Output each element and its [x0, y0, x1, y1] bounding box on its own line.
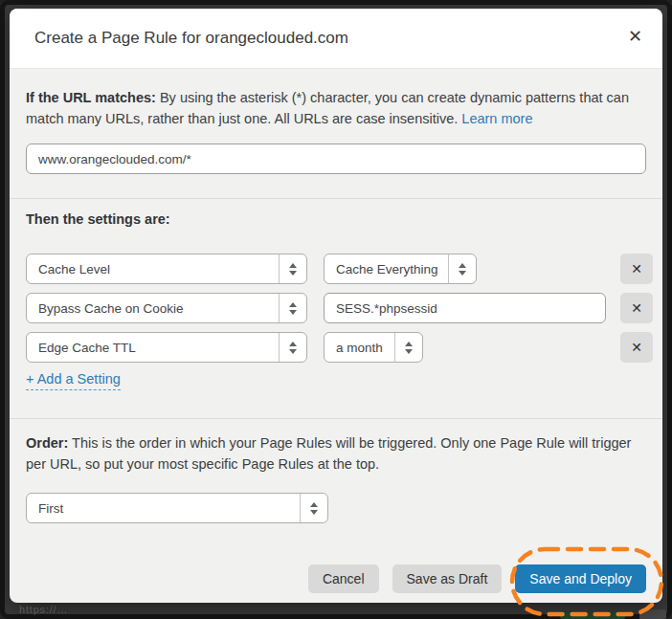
background-widget [560, 611, 625, 619]
section-divider [10, 418, 662, 419]
url-match-lead: If the URL matches: [26, 90, 156, 105]
remove-setting-button[interactable]: ✕ [620, 293, 653, 323]
value-select-label: a month [325, 341, 394, 355]
order-lead: Order: [26, 435, 68, 451]
add-setting-link[interactable]: + Add a Setting [26, 371, 121, 390]
value-select-ttl[interactable]: a month [324, 332, 423, 363]
setting-select-cache-level[interactable]: Cache Level [26, 254, 307, 284]
remove-setting-button[interactable]: ✕ [620, 254, 653, 284]
stepper-icon [279, 254, 306, 283]
stepper-icon [279, 333, 306, 362]
save-and-deploy-button[interactable]: Save and Deploy [515, 564, 646, 593]
order-select-label: First [27, 501, 300, 516]
setting-select-label: Cache Level [27, 262, 279, 276]
background-widget [639, 609, 666, 619]
setting-select-bypass-cache[interactable]: Bypass Cache on Cookie [26, 293, 307, 323]
order-description: Order: This is the order in which your P… [26, 432, 647, 475]
close-icon[interactable]: ✕ [628, 28, 642, 45]
url-pattern-input[interactable] [26, 144, 646, 174]
stepper-icon [394, 333, 422, 362]
save-as-draft-button[interactable]: Save as Draft [392, 564, 503, 593]
stepper-icon [279, 294, 306, 322]
modal-title: Create a Page Rule for orangeclouded.com [34, 29, 348, 48]
page-rule-modal: Create a Page Rule for orangeclouded.com… [10, 9, 662, 603]
modal-footer: Cancel Save as Draft Save and Deploy [308, 564, 646, 593]
order-select[interactable]: First [26, 493, 328, 523]
setting-select-label: Edge Cache TTL [27, 341, 279, 355]
modal-header: Create a Page Rule for orangeclouded.com… [10, 9, 662, 69]
stepper-icon [300, 494, 327, 522]
background-status-text: https://… [19, 604, 68, 615]
remove-setting-button[interactable]: ✕ [620, 332, 653, 363]
stepper-icon [448, 254, 476, 283]
value-select-cache-everything[interactable]: Cache Everything [324, 254, 477, 284]
cancel-button[interactable]: Cancel [308, 564, 379, 593]
screenshot-frame: https://… Create a Page Rule for orangec… [0, 0, 672, 619]
section-divider [10, 198, 662, 199]
order-body: This is the order in which your Page Rul… [26, 435, 631, 472]
settings-heading: Then the settings are: [26, 211, 170, 227]
setting-select-label: Bypass Cache on Cookie [27, 301, 279, 316]
value-select-label: Cache Everything [325, 262, 448, 276]
cookie-pattern-input[interactable] [324, 293, 606, 323]
learn-more-link[interactable]: Learn more [461, 111, 532, 126]
setting-select-edge-cache-ttl[interactable]: Edge Cache TTL [26, 332, 307, 363]
url-match-description: If the URL matches: By using the asteris… [26, 87, 647, 129]
